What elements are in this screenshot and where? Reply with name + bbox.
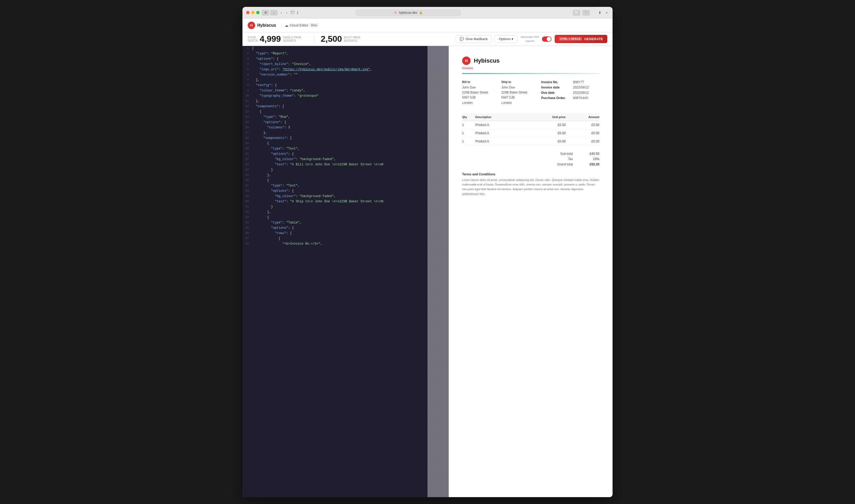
line-content: "text": "# Ship to\n John Doe \n\n229B B…: [252, 199, 428, 204]
invoice-date-row: Invoice date 2022/08/12: [541, 86, 599, 89]
table-row: 1 Product A £5.00 £5.00: [462, 121, 599, 129]
line-content: "config": {: [252, 83, 428, 88]
tax-label: Tax: [552, 157, 573, 161]
invoice-type: Invoice: [462, 66, 599, 70]
code-line-17: 17 },: [242, 130, 428, 136]
code-line-13: 13 {: [242, 109, 428, 115]
line-number: 3: [242, 56, 252, 61]
forward-button[interactable]: ›: [285, 10, 289, 15]
code-editor[interactable]: 1 { 2 "type": "Report", 3 "options": { 4…: [242, 46, 428, 497]
generate-button[interactable]: CTRL + SPACE GENERATE: [555, 35, 607, 43]
description-cell: Product A: [475, 129, 525, 137]
ship-to-block: Ship to John Doe 229B Baker Street NW7 5…: [501, 80, 527, 105]
grand-total-row: Grand total £52.33: [552, 162, 599, 166]
hybiscus-favicon: 🌸: [394, 11, 397, 14]
line-number: 15: [242, 120, 252, 125]
more-options-button[interactable]: ⋯: [582, 10, 590, 16]
lock-icon: 🔒: [419, 11, 423, 14]
subtotal-label: Sub-total: [552, 152, 573, 156]
cloud-editor-label: Cloud Editor: [290, 23, 309, 27]
line-content: }: [252, 167, 428, 173]
bill-to-title: Bill to: [462, 80, 488, 84]
code-area[interactable]: 1 { 2 "type": "Report", 3 "options": { 4…: [242, 46, 428, 497]
code-line-27: 27 "type": "Text",: [242, 183, 428, 188]
maximize-button[interactable]: [256, 11, 260, 14]
code-line-26: 26 {: [242, 178, 428, 183]
line-number: 10: [242, 93, 252, 98]
line-content: "components": [: [252, 104, 428, 109]
nav-buttons: ⊞ ⌄: [262, 10, 278, 16]
line-content: },: [252, 210, 428, 215]
line-number: 12: [242, 104, 252, 109]
line-content: "colour_theme": "candy",: [252, 88, 428, 93]
multi-page-count: 2,500: [321, 34, 342, 44]
code-line-34: 34 "type": "Table",: [242, 220, 428, 226]
cloud-icon: ☁: [285, 23, 289, 28]
chevron-down-icon: ▾: [511, 37, 513, 41]
titlebar-right-controls: ⬜ ⋯: [573, 10, 590, 16]
code-line-35: 35 "options": {: [242, 226, 428, 231]
line-number: 4: [242, 62, 252, 67]
line-number: 21: [242, 151, 252, 156]
purchase-order-row: Purchase Order. 908YIUHO: [541, 96, 599, 100]
qty-cell: 1: [462, 121, 475, 129]
line-number: 33: [242, 215, 252, 220]
code-line-18: 18 "components": [: [242, 136, 428, 141]
invoice: H Hybiscus Invoice Bill to John Doe 229B…: [449, 46, 613, 207]
chevron-icon[interactable]: ⌄: [270, 10, 278, 16]
purchase-order-label: Purchase Order.: [541, 96, 568, 100]
app-logo: H Hybiscus: [248, 22, 276, 29]
line-number: 18: [242, 136, 252, 141]
invoice-date-value: 2022/08/12: [573, 86, 589, 89]
reader-mode-button[interactable]: ⬜: [573, 10, 580, 16]
code-line-33: 33 {: [242, 215, 428, 220]
options-button[interactable]: Options ▾: [495, 35, 518, 43]
code-line-5: 5 "logo_url": "https://hybiscus.dev/publ…: [242, 67, 428, 72]
sidebar-toggle-button[interactable]: ⊞: [262, 10, 269, 16]
line-number: 25: [242, 173, 252, 178]
line-number: 27: [242, 183, 252, 188]
back-button[interactable]: ‹: [280, 10, 283, 15]
code-line-15: 15 "options": {: [242, 120, 428, 125]
line-content: {: [252, 46, 428, 51]
close-button[interactable]: [246, 11, 249, 14]
line-number: 5: [242, 67, 252, 72]
preview-panel: H Hybiscus Invoice Bill to John Doe 229B…: [449, 46, 613, 497]
line-content: },: [252, 130, 428, 136]
line-content: "bg_colour": "background-faded",: [252, 157, 428, 162]
invoice-no-row: Invoice No. 908Y7T: [541, 80, 599, 84]
app-window: ⊞ ⌄ ‹ › 🛡 ℹ 🌸 hybiscus.dev 🔒 ⬜ ⋯ ⬆ + H H…: [242, 7, 613, 497]
line-content: "options": {: [252, 188, 428, 194]
minimize-button[interactable]: [251, 11, 255, 14]
beta-badge: Beta: [310, 23, 318, 27]
multi-quota-section: 2,500 MULTI PAGE REPORTS: [321, 34, 360, 44]
quota-divider: [314, 35, 314, 43]
line-content: "logo_url": "https://hybiscus.dev/public…: [252, 67, 428, 72]
subtotal-value: £45.50: [583, 152, 599, 156]
line-number: 29: [242, 194, 252, 199]
table-row: 1 Product A £5.00 £5.00: [462, 137, 599, 145]
feedback-button[interactable]: 💬 Give feedback: [456, 35, 491, 43]
quota-section: YOUR QUOTA 4,999 SINGLE PAGE REPORTS: [248, 34, 301, 44]
bill-to-address2: NW7 5JB: [462, 95, 488, 100]
main-content: 1 { 2 "type": "Report", 3 "options": { 4…: [242, 46, 613, 497]
feedback-label: Give feedback: [466, 37, 488, 41]
code-line-7: 7 },: [242, 78, 428, 83]
code-line-21: 21 "options": {: [242, 151, 428, 157]
options-label: Options: [499, 37, 510, 41]
code-line-28: 28 "options": {: [242, 188, 428, 194]
pdf-toggle[interactable]: [542, 36, 552, 42]
share-button[interactable]: ⬆: [597, 10, 603, 15]
url-bar[interactable]: 🌸 hybiscus.dev 🔒: [355, 9, 461, 16]
line-content: "options": {: [252, 120, 428, 125]
code-line-20: 20 "type": "Text",: [242, 146, 428, 151]
code-line-10: 10 "typography_theme": "grotesque": [242, 93, 428, 99]
shield-icon: 🛡: [291, 10, 295, 15]
line-number: 11: [242, 99, 252, 104]
amount-header: Amount: [565, 113, 599, 121]
terms-title: Terms and Conditions: [462, 173, 599, 176]
ship-to-address1: 229B Baker Street: [501, 90, 527, 95]
code-line-16: 16 "columns": 3: [242, 125, 428, 130]
new-tab-button[interactable]: +: [605, 10, 609, 15]
invoice-header: H Hybiscus: [462, 56, 599, 65]
